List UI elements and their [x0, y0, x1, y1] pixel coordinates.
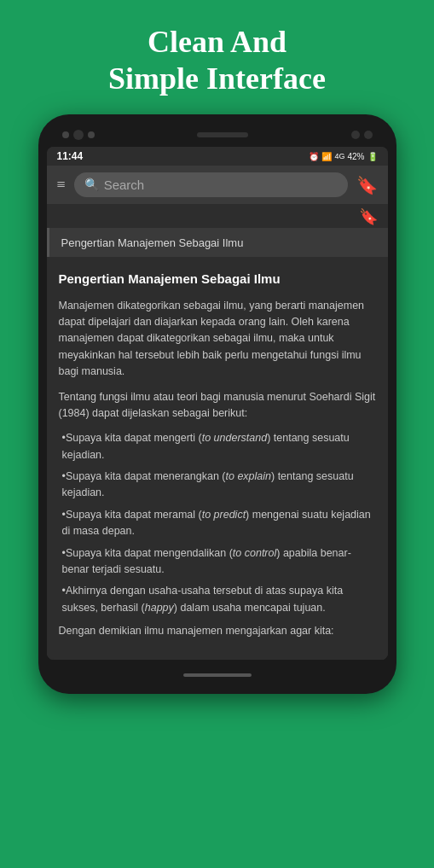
menu-icon[interactable]: ≡ — [57, 176, 66, 194]
content-area: 🔖 Pengertian Manajemen Sebagai Ilmu Peng… — [47, 204, 388, 660]
breadcrumb-text: Pengertian Manajemen Sebagai Ilmu — [61, 236, 244, 249]
article-content: Pengertian Manajemen Sebagai Ilmu Manaje… — [47, 257, 388, 660]
phone-speaker — [197, 132, 248, 137]
app-toolbar[interactable]: ≡ 🔍 Search 🔖 — [47, 166, 388, 204]
signal-icon: 📶 — [321, 152, 332, 161]
header-title: Clean And Simple Interface — [74, 0, 360, 114]
phone-screen: 11:44 ⏰ 📶 4G 42% 🔋 ≡ 🔍 Search 🔖 — [47, 147, 388, 660]
bookmark-row: 🔖 — [47, 204, 388, 228]
bookmark-content-icon[interactable]: 🔖 — [359, 207, 378, 226]
camera-main — [73, 130, 84, 140]
bullet-1: •Supaya kita dapat mengerti (to understa… — [59, 430, 376, 463]
article-para-1: Manajemen dikategorikan sebagai ilmu, ya… — [59, 298, 376, 381]
sensor-dot-2 — [364, 131, 373, 139]
bullet-5: •Akhirnya dengan usaha-usaha tersebut di… — [59, 583, 376, 616]
breadcrumb-bar: Pengertian Manajemen Sebagai Ilmu — [47, 228, 388, 257]
status-right: ⏰ 📶 4G 42% 🔋 — [309, 152, 377, 161]
phone-cameras — [62, 130, 95, 140]
search-bar[interactable]: 🔍 Search — [74, 172, 348, 197]
status-bar: 11:44 ⏰ 📶 4G 42% 🔋 — [47, 147, 388, 166]
article-closing: Dengan demikian ilmu manajemen mengajark… — [59, 623, 376, 639]
phone-frame: 11:44 ⏰ 📶 4G 42% 🔋 ≡ 🔍 Search 🔖 — [38, 114, 396, 694]
search-icon: 🔍 — [84, 178, 99, 192]
alarm-icon: ⏰ — [309, 152, 319, 161]
status-time: 11:44 — [57, 150, 84, 162]
phone-mockup: 11:44 ⏰ 📶 4G 42% 🔋 ≡ 🔍 Search 🔖 — [38, 114, 396, 868]
sensor-dot — [351, 131, 360, 139]
camera-dot-2 — [88, 131, 95, 138]
phone-bottom — [47, 668, 388, 682]
phone-top-bar — [47, 126, 388, 147]
article-para-2: Tentang fungsi ilmu atau teori bagi manu… — [59, 389, 376, 422]
article-title: Pengertian Manajemen Sebagai Ilmu — [59, 269, 376, 288]
battery-level: 42% — [347, 152, 364, 161]
bullet-2: •Supaya kita dapat menerangkan (to expla… — [59, 469, 376, 502]
phone-sensors — [351, 131, 373, 139]
home-indicator — [183, 673, 252, 677]
4g-icon: 4G — [334, 152, 344, 160]
camera-dot — [62, 131, 69, 138]
bullet-4: •Supaya kita dapat mengendalikan (to con… — [59, 545, 376, 579]
bullet-3: •Supaya kita dapat meramal (to predict) … — [59, 507, 376, 540]
battery-icon: 🔋 — [367, 152, 378, 161]
bookmark-toolbar-icon[interactable]: 🔖 — [356, 175, 378, 195]
search-placeholder: Search — [104, 178, 145, 192]
